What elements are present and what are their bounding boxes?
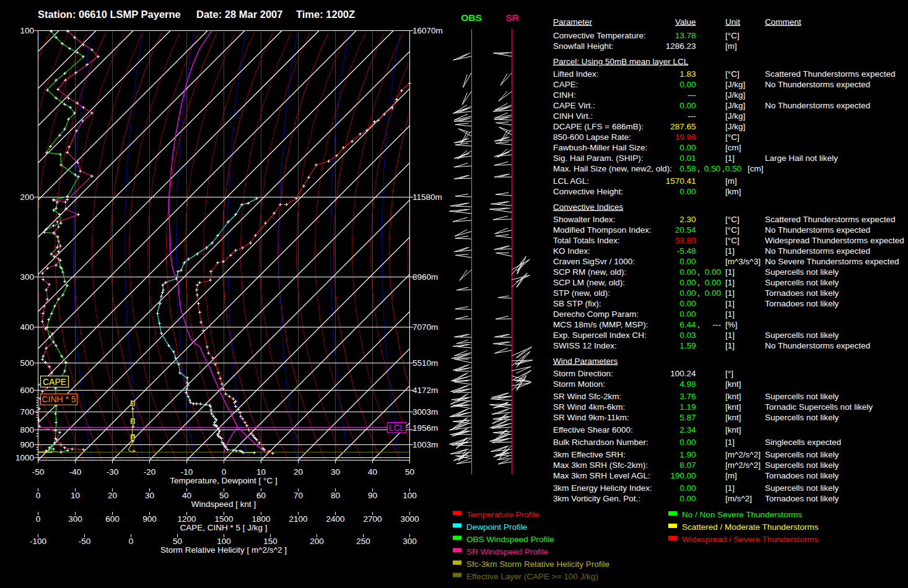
svg-text:SR Wind Sfc-2km:: SR Wind Sfc-2km: — [553, 392, 621, 401]
svg-text:Comment: Comment — [765, 17, 801, 27]
svg-text:CINH Virt.:: CINH Virt.: — [553, 111, 593, 121]
svg-text:40: 40 — [368, 467, 377, 477]
svg-text:STP (new, old):: STP (new, old): — [553, 288, 610, 298]
svg-text:-20: -20 — [144, 467, 156, 477]
svg-text:1286.23: 1286.23 — [666, 41, 696, 51]
svg-text:[J/kg]: [J/kg] — [725, 122, 745, 131]
svg-text:---: --- — [688, 90, 696, 100]
svg-text:SCP LM (new, old):: SCP LM (new, old): — [553, 278, 625, 287]
svg-text:Convective Indices: Convective Indices — [553, 202, 624, 212]
svg-text:3km Energy Helicity Index:: 3km Energy Helicity Index: — [553, 483, 652, 493]
svg-text:1.19: 1.19 — [679, 402, 696, 412]
svg-text:300: 300 — [403, 537, 417, 546]
svg-text:900: 900 — [142, 514, 157, 524]
svg-text:4172m: 4172m — [413, 386, 438, 395]
svg-text:80: 80 — [331, 491, 340, 500]
svg-text:287.65: 287.65 — [670, 122, 696, 131]
svg-text:7070m: 7070m — [413, 322, 438, 332]
svg-text:[m^2/s^2]: [m^2/s^2] — [725, 460, 761, 470]
svg-text:0.00: 0.00 — [679, 438, 696, 447]
svg-text:3km Effective SRH:: 3km Effective SRH: — [553, 450, 626, 459]
svg-text:-30: -30 — [107, 467, 119, 477]
svg-text:600: 600 — [105, 514, 120, 524]
svg-text:3000: 3000 — [400, 514, 419, 524]
svg-text:0.58: 0.58 — [679, 164, 696, 173]
svg-text:[cm]: [cm] — [748, 164, 764, 173]
svg-text:Convective Height:: Convective Height: — [553, 187, 623, 196]
svg-text:0.00: 0.00 — [679, 101, 696, 110]
svg-text:SCP RM (new, old):: SCP RM (new, old): — [553, 267, 626, 277]
svg-text:No Thunderstorms expected: No Thunderstorms expected — [765, 225, 870, 235]
svg-text:150: 150 — [263, 537, 277, 546]
svg-text:Convective Temperature:: Convective Temperature: — [553, 31, 646, 40]
svg-text:Craven SigSvr / 1000:: Craven SigSvr / 1000: — [553, 257, 635, 266]
svg-text:3.76: 3.76 — [679, 392, 696, 401]
svg-text:---: --- — [713, 320, 722, 329]
svg-text:CAPE: CAPE — [43, 377, 66, 387]
svg-text:No / Non Severe Thunderstorms: No / Non Severe Thunderstorms — [682, 510, 802, 519]
svg-text:-100: -100 — [30, 537, 46, 546]
svg-text:Supercells not likely: Supercells not likely — [765, 331, 839, 340]
svg-text:800: 800 — [20, 425, 34, 435]
svg-text:2.30: 2.30 — [679, 215, 696, 224]
svg-text:0.00: 0.00 — [679, 257, 696, 266]
svg-text:6.44: 6.44 — [679, 320, 696, 329]
svg-text:40: 40 — [182, 491, 191, 500]
svg-text:20.54: 20.54 — [675, 225, 696, 235]
svg-text:200: 200 — [20, 192, 34, 202]
svg-text:2: 2 — [131, 418, 134, 425]
svg-text:100: 100 — [20, 26, 34, 35]
svg-text:Dewpoint Profile: Dewpoint Profile — [466, 522, 527, 532]
svg-text:Modified Thompson Index:: Modified Thompson Index: — [553, 225, 652, 235]
svg-text:1.90: 1.90 — [679, 450, 696, 459]
svg-text:60: 60 — [256, 491, 266, 500]
svg-text:Unit: Unit — [725, 17, 740, 27]
svg-text:Supercells not likely: Supercells not likely — [765, 483, 839, 493]
svg-text:1.59: 1.59 — [679, 341, 696, 350]
svg-text:1800: 1800 — [251, 514, 270, 524]
svg-text:0.00: 0.00 — [705, 267, 721, 277]
svg-text:4.98: 4.98 — [679, 379, 696, 389]
svg-text:Storm Direction:: Storm Direction: — [553, 369, 613, 378]
svg-text:Max 3km SRH Level AGL:: Max 3km SRH Level AGL: — [553, 471, 650, 480]
svg-text:[°C]: [°C] — [725, 31, 740, 40]
svg-text:0.00: 0.00 — [679, 309, 696, 319]
svg-text:[J/kg]: [J/kg] — [725, 101, 745, 110]
svg-text:Exp. Supercell Index CH:: Exp. Supercell Index CH: — [553, 331, 647, 340]
svg-text:Scattered / Moderate Thunderst: Scattered / Moderate Thunderstorms — [682, 522, 819, 532]
svg-text:700: 700 — [20, 407, 34, 417]
svg-text:[1]: [1] — [725, 331, 735, 340]
svg-text:0.00: 0.00 — [679, 143, 696, 152]
svg-text:70: 70 — [294, 491, 303, 500]
svg-text:[1]: [1] — [725, 299, 735, 308]
svg-text:1570.41: 1570.41 — [666, 176, 696, 186]
svg-text:[m]: [m] — [725, 41, 737, 51]
svg-text:5510m: 5510m — [413, 358, 438, 368]
svg-text:Storm Motion:: Storm Motion: — [553, 379, 605, 389]
svg-text:300: 300 — [68, 514, 82, 524]
svg-text:Parcel: Using 50mB mean layer: Parcel: Using 50mB mean layer LCL — [553, 57, 689, 66]
svg-text:[knt]: [knt] — [725, 425, 741, 435]
svg-text:0.00: 0.00 — [705, 278, 721, 287]
svg-text:90: 90 — [368, 491, 377, 500]
svg-text:30: 30 — [145, 491, 154, 500]
svg-text:[1]: [1] — [725, 288, 735, 298]
svg-text:[knt]: [knt] — [725, 402, 741, 412]
svg-text:Showalter Index:: Showalter Index: — [553, 215, 616, 224]
svg-text:No Thunderstorms expected: No Thunderstorms expected — [765, 80, 870, 89]
svg-text:Singlecells expected: Singlecells expected — [765, 438, 841, 447]
svg-text:0.50: 0.50 — [704, 164, 720, 173]
svg-text:Bulk Richardson Number:: Bulk Richardson Number: — [553, 438, 648, 447]
svg-text:0: 0 — [36, 514, 41, 524]
svg-text:Effective Shear 6000:: Effective Shear 6000: — [553, 425, 633, 435]
svg-text:[1]: [1] — [725, 278, 735, 287]
svg-text:50: 50 — [405, 467, 414, 477]
svg-text:[%]: [%] — [725, 320, 738, 329]
svg-text:OBS Windspeed Profile: OBS Windspeed Profile — [466, 535, 554, 544]
svg-text:16070m: 16070m — [413, 26, 443, 35]
svg-text:[cm]: [cm] — [725, 143, 741, 152]
svg-text:0.00: 0.00 — [679, 267, 696, 277]
svg-text:1: 1 — [131, 435, 134, 441]
svg-text:SB STP (fix):: SB STP (fix): — [553, 299, 601, 308]
svg-text:100: 100 — [403, 491, 417, 500]
